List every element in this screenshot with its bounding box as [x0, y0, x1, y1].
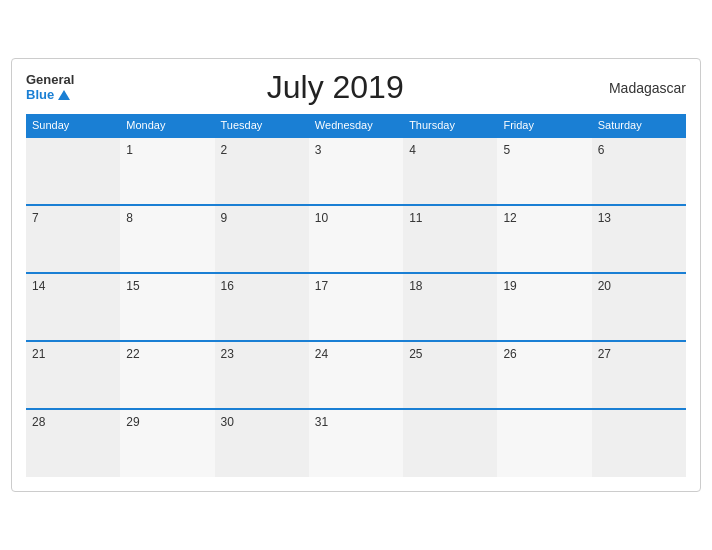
table-row: 28: [26, 409, 120, 477]
day-number: 24: [315, 347, 328, 361]
day-number: 7: [32, 211, 39, 225]
calendar-week-row: 123456: [26, 137, 686, 205]
day-number: 31: [315, 415, 328, 429]
day-number: 2: [221, 143, 228, 157]
header-friday: Friday: [497, 114, 591, 137]
table-row: 1: [120, 137, 214, 205]
day-number: 16: [221, 279, 234, 293]
day-number: 15: [126, 279, 139, 293]
table-row: 9: [215, 205, 309, 273]
table-row: 31: [309, 409, 403, 477]
logo: General Blue: [26, 73, 74, 102]
day-number: 9: [221, 211, 228, 225]
day-number: 5: [503, 143, 510, 157]
header-wednesday: Wednesday: [309, 114, 403, 137]
day-number: 29: [126, 415, 139, 429]
logo-general-text: General: [26, 73, 74, 87]
day-number: 19: [503, 279, 516, 293]
table-row: 3: [309, 137, 403, 205]
header-saturday: Saturday: [592, 114, 686, 137]
table-row: [26, 137, 120, 205]
calendar-title: July 2019: [74, 69, 596, 106]
day-number: 10: [315, 211, 328, 225]
day-number: 11: [409, 211, 422, 225]
calendar-table: Sunday Monday Tuesday Wednesday Thursday…: [26, 114, 686, 477]
day-number: 23: [221, 347, 234, 361]
calendar-week-row: 21222324252627: [26, 341, 686, 409]
day-number: 20: [598, 279, 611, 293]
weekday-header-row: Sunday Monday Tuesday Wednesday Thursday…: [26, 114, 686, 137]
calendar-week-row: 14151617181920: [26, 273, 686, 341]
table-row: 16: [215, 273, 309, 341]
table-row: 27: [592, 341, 686, 409]
logo-blue-text: Blue: [26, 88, 74, 102]
day-number: 22: [126, 347, 139, 361]
day-number: 30: [221, 415, 234, 429]
country-name: Madagascar: [596, 80, 686, 96]
table-row: 17: [309, 273, 403, 341]
header-monday: Monday: [120, 114, 214, 137]
day-number: 25: [409, 347, 422, 361]
table-row: 11: [403, 205, 497, 273]
table-row: 22: [120, 341, 214, 409]
table-row: 29: [120, 409, 214, 477]
table-row: 19: [497, 273, 591, 341]
table-row: 23: [215, 341, 309, 409]
table-row: 10: [309, 205, 403, 273]
table-row: 6: [592, 137, 686, 205]
table-row: 21: [26, 341, 120, 409]
day-number: 14: [32, 279, 45, 293]
header-thursday: Thursday: [403, 114, 497, 137]
table-row: 30: [215, 409, 309, 477]
table-row: 2: [215, 137, 309, 205]
day-number: 1: [126, 143, 133, 157]
table-row: 13: [592, 205, 686, 273]
table-row: 5: [497, 137, 591, 205]
header-tuesday: Tuesday: [215, 114, 309, 137]
day-number: 27: [598, 347, 611, 361]
day-number: 3: [315, 143, 322, 157]
table-row: 12: [497, 205, 591, 273]
table-row: 26: [497, 341, 591, 409]
table-row: 24: [309, 341, 403, 409]
day-number: 21: [32, 347, 45, 361]
table-row: [592, 409, 686, 477]
table-row: 15: [120, 273, 214, 341]
table-row: 7: [26, 205, 120, 273]
day-number: 6: [598, 143, 605, 157]
calendar-week-row: 78910111213: [26, 205, 686, 273]
table-row: 14: [26, 273, 120, 341]
day-number: 13: [598, 211, 611, 225]
table-row: 4: [403, 137, 497, 205]
table-row: 20: [592, 273, 686, 341]
day-number: 4: [409, 143, 416, 157]
table-row: [497, 409, 591, 477]
calendar-header: General Blue July 2019 Madagascar: [26, 69, 686, 106]
header-sunday: Sunday: [26, 114, 120, 137]
calendar-week-row: 28293031: [26, 409, 686, 477]
table-row: 18: [403, 273, 497, 341]
table-row: 25: [403, 341, 497, 409]
day-number: 28: [32, 415, 45, 429]
day-number: 12: [503, 211, 516, 225]
day-number: 18: [409, 279, 422, 293]
day-number: 8: [126, 211, 133, 225]
table-row: 8: [120, 205, 214, 273]
day-number: 17: [315, 279, 328, 293]
logo-triangle-icon: [58, 90, 70, 100]
day-number: 26: [503, 347, 516, 361]
table-row: [403, 409, 497, 477]
calendar: General Blue July 2019 Madagascar Sunday…: [11, 58, 701, 492]
